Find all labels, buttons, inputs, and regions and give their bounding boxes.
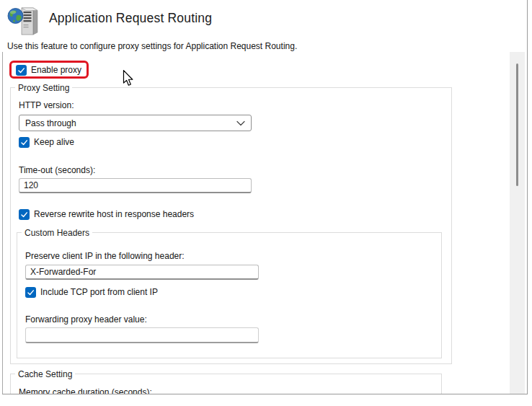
include-tcp-port-row: Include TCP port from client IP <box>25 287 158 298</box>
feature-description: Use this feature to configure proxy sett… <box>7 41 297 51</box>
memory-cache-duration-label: Memory cache duration (seconds): <box>19 387 152 394</box>
vertical-scrollbar-thumb[interactable] <box>516 63 518 186</box>
arr-server-globe-icon <box>7 6 42 36</box>
http-version-label: HTTP version: <box>19 100 74 110</box>
keep-alive-label: Keep alive <box>34 137 74 148</box>
custom-headers-legend: Custom Headers <box>22 227 92 239</box>
preserve-client-ip-input[interactable] <box>25 265 259 280</box>
chevron-down-icon <box>236 120 245 126</box>
http-version-selected-value: Pass through <box>25 118 76 128</box>
mouse-arrow-cursor <box>123 70 133 87</box>
cache-setting-legend: Cache Setting <box>15 369 75 380</box>
checkmark-icon <box>20 211 28 219</box>
timeout-input[interactable] <box>19 178 252 193</box>
proxy-setting-legend: Proxy Setting <box>15 82 72 94</box>
timeout-label: Time-out (seconds): <box>19 165 95 175</box>
pane-border-left <box>2 52 3 394</box>
http-version-select[interactable]: Pass through <box>19 115 252 131</box>
forwarding-proxy-label: Forwarding proxy header value: <box>25 314 147 325</box>
pane-border-right <box>527 0 528 394</box>
checkmark-icon <box>20 138 28 146</box>
preserve-client-ip-label: Preserve client IP in the following head… <box>25 251 185 261</box>
page-title: Application Request Routing <box>49 11 212 26</box>
enable-proxy-highlight <box>9 61 89 79</box>
reverse-rewrite-row: Reverse rewrite host in response headers <box>19 209 194 220</box>
keep-alive-row: Keep alive <box>19 137 74 148</box>
reverse-rewrite-checkbox[interactable] <box>19 209 30 220</box>
content-area: Application Request Routing Use this fea… <box>0 0 532 394</box>
forwarding-proxy-input[interactable] <box>25 327 259 343</box>
include-tcp-port-checkbox[interactable] <box>25 287 36 298</box>
reverse-rewrite-label: Reverse rewrite host in response headers <box>34 209 194 220</box>
keep-alive-checkbox[interactable] <box>19 137 30 148</box>
checkmark-icon <box>27 288 35 296</box>
pane-border-bottom <box>2 394 528 394</box>
arr-feature-pane: Application Request Routing Use this fea… <box>0 0 532 406</box>
include-tcp-port-label: Include TCP port from client IP <box>40 287 158 298</box>
